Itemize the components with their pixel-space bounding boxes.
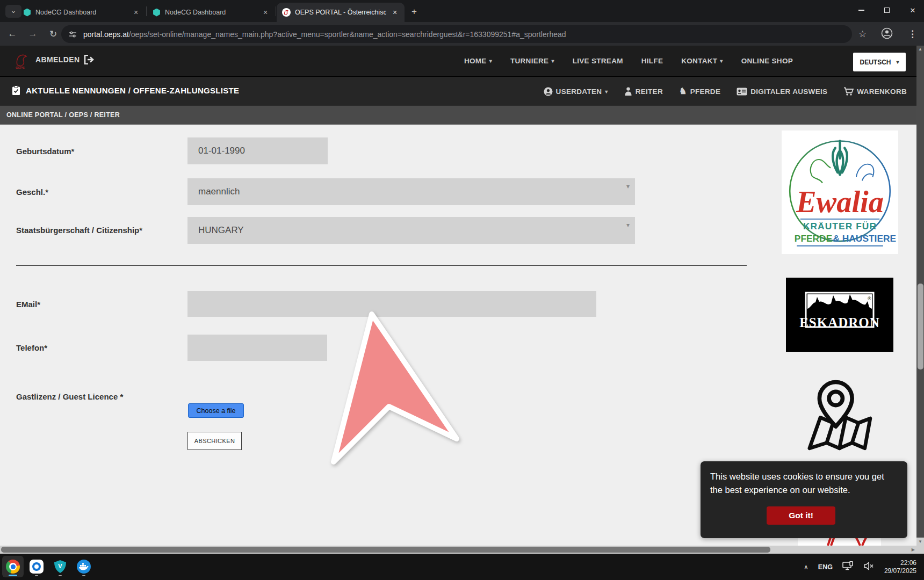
map-pin-icon (803, 378, 876, 454)
taskbar-app2-button[interactable] (26, 556, 47, 577)
site-top-nav: OEPS ABMELDEN HOME▾ TURNIERE▾ LIVE STREA… (0, 46, 916, 76)
menu-digitaler-ausweis[interactable]: DIGITALER AUSWEIS (737, 88, 827, 96)
caret-down-icon: ▾ (626, 183, 630, 190)
nav-onlineshop[interactable]: ONLINE SHOP (741, 57, 793, 65)
email-input[interactable] (187, 291, 596, 317)
address-bar[interactable]: portal.oeps.at/oeps/set-online/manage_na… (61, 25, 852, 43)
window-maximize-button[interactable] (875, 0, 899, 20)
svg-text:OEPS: OEPS (16, 66, 25, 69)
tab-close-icon[interactable]: ✕ (391, 8, 399, 17)
menu-pferde[interactable]: ♞ PFERDE (679, 88, 720, 96)
tray-chevron-up-icon[interactable]: ∧ (804, 563, 808, 571)
nav-label: HILFE (641, 57, 663, 65)
horizontal-scrollbar-thumb[interactable] (1, 547, 770, 553)
scroll-down-icon[interactable]: ▼ (916, 538, 924, 546)
url-domain: portal.oeps.at (83, 30, 129, 39)
running-app-indicator (35, 575, 38, 577)
form-divider (16, 265, 747, 266)
nav-label: ONLINE SHOP (741, 57, 793, 65)
tab-title: NodeCG Dashboard (35, 9, 127, 16)
svg-text:V: V (58, 563, 62, 569)
ewalia-line1: KRÄUTER FÜR (803, 221, 877, 231)
eskadron-ad[interactable]: ® ESKADRON (786, 278, 893, 352)
oeps-logo[interactable]: OEPS (12, 51, 31, 73)
menu-label: REITER (636, 88, 663, 96)
map-location-ad[interactable] (803, 378, 876, 454)
running-app-indicator (82, 575, 85, 577)
window-minimize-button[interactable] (849, 0, 874, 20)
network-icon[interactable] (842, 561, 854, 573)
site-settings-icon[interactable] (69, 31, 77, 38)
citizenship-value: HUNGARY (198, 225, 244, 236)
shield-vpn-icon: V (54, 560, 67, 574)
blue-ring-app-icon (30, 560, 44, 574)
docker-icon (77, 560, 91, 574)
language-label: DEUTSCH (860, 59, 891, 66)
close-icon: ✕ (910, 6, 916, 15)
citizenship-select[interactable]: HUNGARY ▾ (187, 217, 635, 244)
caret-down-icon: ▾ (551, 58, 554, 64)
active-app-indicator (9, 575, 17, 576)
taskbar-docker-button[interactable] (73, 556, 95, 577)
profile-avatar-icon[interactable] (881, 27, 893, 42)
submit-button[interactable]: ABSCHICKEN (187, 432, 242, 450)
logout-link[interactable]: ABMELDEN (35, 55, 95, 64)
menu-label: USERDATEN (556, 88, 602, 96)
nav-livestream[interactable]: LIVE STREAM (573, 57, 623, 65)
choose-file-button[interactable]: Choose a file (188, 403, 244, 418)
keyboard-language[interactable]: ENG (818, 563, 833, 571)
birthdate-input[interactable] (187, 137, 328, 164)
caret-down-icon: ▾ (626, 221, 630, 229)
tray-date: 29/07/2025 (884, 567, 916, 575)
menu-reiter[interactable]: REITER (624, 87, 663, 96)
nav-hilfe[interactable]: HILFE (641, 57, 663, 65)
nav-turniere[interactable]: TURNIERE▾ (510, 57, 554, 65)
tab-divider (146, 6, 147, 16)
new-tab-button[interactable]: + (407, 5, 421, 19)
main-menu: HOME▾ TURNIERE▾ LIVE STREAM HILFE KONTAK… (464, 46, 793, 76)
horizontal-scrollbar[interactable]: ▶ (0, 546, 916, 554)
vertical-scrollbar-thumb[interactable] (918, 284, 923, 369)
nav-home[interactable]: HOME▾ (464, 57, 492, 65)
nav-kontakt[interactable]: KONTAKT▾ (681, 57, 723, 65)
phone-input[interactable] (187, 335, 327, 361)
scroll-up-icon[interactable]: ▲ (916, 47, 924, 52)
forward-button[interactable]: → (25, 28, 41, 39)
url-text: portal.oeps.at/oeps/set-online/manage_na… (83, 30, 566, 39)
caret-down-icon: ▾ (720, 58, 723, 64)
horse-icon: ♞ (679, 88, 687, 95)
scroll-right-icon[interactable]: ▶ (912, 547, 915, 552)
back-button[interactable]: ← (4, 28, 20, 39)
tab-close-icon[interactable]: ✕ (261, 8, 270, 17)
gender-select[interactable]: maennlich ▾ (187, 178, 635, 205)
site-sub-nav: AKTUELLE NENNUNGEN / OFFENE-ZAHLUNGSLIST… (0, 76, 916, 105)
taskbar-shield-button[interactable]: V (49, 556, 71, 577)
browser-menu-icon[interactable]: ⋮ (908, 28, 917, 40)
volume-muted-icon[interactable] (864, 562, 875, 572)
caret-down-icon: ▾ (605, 89, 608, 95)
menu-userdaten[interactable]: USERDATEN ▾ (544, 87, 608, 96)
taskbar-chrome-button[interactable] (2, 556, 24, 577)
vertical-scrollbar[interactable]: ▲ ▼ (916, 46, 924, 546)
breadcrumb-bar: ONLINE PORTAL / OEPS / REITER (0, 105, 916, 125)
reload-button[interactable]: ↻ (45, 28, 61, 40)
screen: ⌄ NodeCG Dashboard ✕ NodeCG Dashboard ✕ … (0, 0, 924, 580)
taskbar-clock[interactable]: 22:06 29/07/2025 (884, 559, 916, 575)
tab-close-icon[interactable]: ✕ (132, 8, 140, 17)
nodecg-favicon-icon (23, 9, 31, 17)
menu-warenkorb[interactable]: WARENKORB (843, 87, 907, 96)
nav-label: KONTAKT (681, 57, 717, 65)
bookmark-star-icon[interactable]: ☆ (858, 28, 867, 40)
cookie-accept-button[interactable]: Got it! (767, 506, 835, 525)
page-title-bar[interactable]: AKTUELLE NENNUNGEN / OFFENE-ZAHLUNGSLIST… (12, 85, 239, 96)
tab-oeps-active[interactable]: OEPS PORTAL - Österreichische ✕ (277, 3, 405, 22)
ewalia-line2b: & HAUSTIERE (833, 233, 896, 244)
url-path: /oeps/set-online/manage_names_main.php?a… (129, 30, 566, 39)
tab-nodecg-1[interactable]: NodeCG Dashboard ✕ (18, 3, 146, 22)
window-close-button[interactable]: ✕ (900, 0, 924, 20)
logout-label: ABMELDEN (35, 55, 80, 64)
ewalia-ad[interactable]: Ewalia KRÄUTER FÜR PFERDE & HAUSTIERE (782, 130, 898, 254)
language-selector[interactable]: DEUTSCH ▾ (853, 53, 906, 71)
chevron-down-icon: ⌄ (11, 6, 17, 15)
tab-nodecg-2[interactable]: NodeCG Dashboard ✕ (147, 3, 275, 22)
